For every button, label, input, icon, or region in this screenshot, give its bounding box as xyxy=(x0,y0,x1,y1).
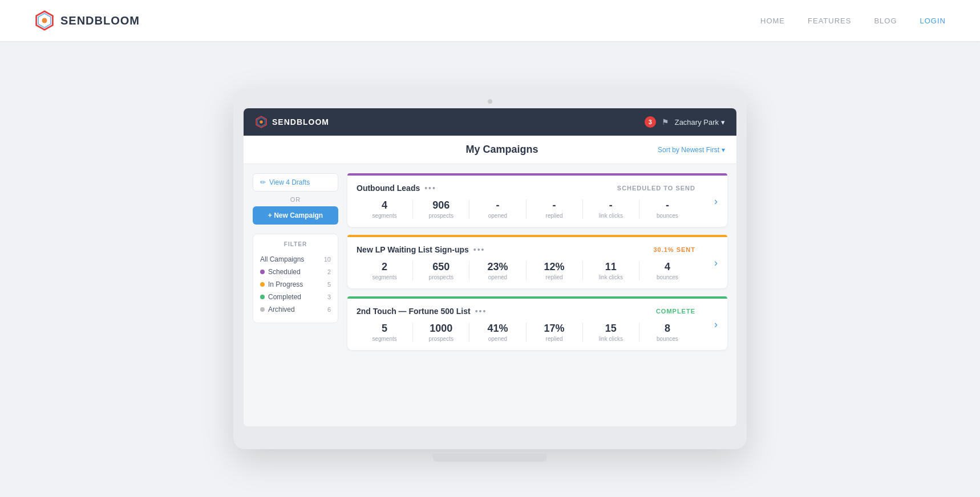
filter-scheduled[interactable]: Scheduled 2 xyxy=(260,266,331,278)
stat-value-opened-0: - xyxy=(474,199,521,211)
stat-value-linkclicks-0: - xyxy=(588,199,634,211)
filter-title: FILTER xyxy=(260,241,331,247)
campaign-name-0: Outbound Leads xyxy=(357,184,420,193)
stat-segments-1: 2 segments xyxy=(357,261,413,280)
campaign-status-0: SCHEDULED TO SEND xyxy=(617,185,695,192)
archived-dot xyxy=(260,307,265,312)
sort-button[interactable]: Sort by Newest First ▾ xyxy=(658,146,725,154)
stat-label-linkclicks-0: link clicks xyxy=(588,213,634,219)
sort-icon: ▾ xyxy=(722,146,725,154)
filter-all-label: All Campaigns xyxy=(260,255,304,263)
stat-linkclicks-1: 11 link clicks xyxy=(583,261,639,280)
nav-blog[interactable]: BLOG xyxy=(874,17,897,25)
sendbloom-logo-icon xyxy=(34,10,55,31)
logo-text: SENDBLOOM xyxy=(60,14,140,27)
campaign-menu-2[interactable]: ••• xyxy=(475,307,487,316)
campaign-arrow-2[interactable]: › xyxy=(704,299,727,350)
new-campaign-button[interactable]: + New Campaign xyxy=(253,206,338,225)
or-divider: OR xyxy=(253,196,338,203)
filter-completed-count: 3 xyxy=(327,294,331,300)
campaign-menu-0[interactable]: ••• xyxy=(424,184,436,193)
stat-value-prospects-0: 906 xyxy=(418,199,464,211)
view-drafts-button[interactable]: ✏ View 4 Drafts xyxy=(253,173,338,192)
svg-point-2 xyxy=(42,18,47,23)
campaign-status-2: COMPLETE xyxy=(656,308,695,315)
campaign-header: My Campaigns Sort by Newest First ▾ xyxy=(244,136,736,164)
campaign-stats-0: 4 segments 906 prospects - xyxy=(357,199,695,219)
stat-segments-0: 4 segments xyxy=(357,199,413,219)
laptop-screen: SENDBLOOM 3 ⚑ Zachary Park ▾ My Campaign… xyxy=(244,108,736,426)
campaign-stats-1: 2 segments 650 prospects 23% xyxy=(357,261,695,280)
stat-opened-0: - opened xyxy=(469,199,526,219)
flag-icon: ⚑ xyxy=(662,117,669,127)
filter-in-progress-count: 5 xyxy=(327,281,331,288)
campaign-stats-2: 5 segments 1000 prospects 41% xyxy=(357,323,695,342)
stat-value-bounces-0: - xyxy=(644,199,691,211)
user-dropdown-icon: ▾ xyxy=(721,118,725,127)
stat-prospects-1: 650 prospects xyxy=(413,261,469,280)
filter-archived[interactable]: Archived 6 xyxy=(260,303,331,316)
stat-prospects-2: 1000 prospects xyxy=(413,323,469,342)
scheduled-dot xyxy=(260,270,265,274)
stat-bounces-2: 8 bounces xyxy=(639,323,695,342)
filter-archived-count: 6 xyxy=(327,306,331,313)
new-campaign-label: + New Campaign xyxy=(268,211,323,219)
stat-label-bounces-0: bounces xyxy=(644,213,691,219)
campaign-name-1: New LP Waiting List Sign-ups xyxy=(357,245,469,254)
in-progress-dot xyxy=(260,282,265,287)
nav-home[interactable]: HOME xyxy=(760,17,785,25)
campaign-name-2: 2nd Touch — Fortune 500 List xyxy=(357,307,471,316)
logo-area: SENDBLOOM xyxy=(34,10,140,31)
sort-label: Sort by Newest First xyxy=(658,146,719,154)
main-content: SENDBLOOM 3 ⚑ Zachary Park ▾ My Campaign… xyxy=(0,41,980,497)
stat-bounces-0: - bounces xyxy=(639,199,695,219)
completed-dot xyxy=(260,295,265,299)
app-logo-text: SENDBLOOM xyxy=(272,117,329,127)
filter-in-progress-label: In Progress xyxy=(268,280,303,288)
campaign-menu-1[interactable]: ••• xyxy=(473,245,485,254)
app-logo-area: SENDBLOOM xyxy=(255,116,329,128)
app-header: SENDBLOOM 3 ⚑ Zachary Park ▾ xyxy=(244,108,736,136)
stat-label-segments-0: segments xyxy=(361,213,408,219)
stat-replied-0: - replied xyxy=(527,199,583,219)
stat-segments-2: 5 segments xyxy=(357,323,413,342)
stat-value-replied-0: - xyxy=(531,199,578,211)
filter-in-progress[interactable]: In Progress 5 xyxy=(260,278,331,291)
stat-prospects-0: 906 prospects xyxy=(413,199,469,219)
stat-bounces-1: 4 bounces xyxy=(639,261,695,280)
campaign-card-2: 2nd Touch — Fortune 500 List ••• COMPLET… xyxy=(347,296,727,350)
filter-all-campaigns[interactable]: All Campaigns 10 xyxy=(260,253,331,266)
top-navigation: SENDBLOOM HOME FEATURES BLOG LOGIN xyxy=(0,0,980,41)
campaign-card-1: New LP Waiting List Sign-ups ••• 30.1% S… xyxy=(347,235,727,288)
view-drafts-label: View 4 Drafts xyxy=(269,178,310,186)
user-name: Zachary Park xyxy=(675,118,719,127)
filter-box: FILTER All Campaigns 10 Scheduled 2 xyxy=(253,234,338,323)
pencil-icon: ✏ xyxy=(260,178,266,186)
filter-scheduled-label: Scheduled xyxy=(268,268,301,276)
user-menu[interactable]: Zachary Park ▾ xyxy=(675,118,725,127)
campaign-arrow-0[interactable]: › xyxy=(704,176,727,227)
sidebar: ✏ View 4 Drafts OR + New Campaign FILTER… xyxy=(253,173,338,417)
filter-all-count: 10 xyxy=(324,256,331,263)
nav-features[interactable]: FEATURES xyxy=(808,17,851,25)
app-body: ✏ View 4 Drafts OR + New Campaign FILTER… xyxy=(244,164,736,426)
filter-scheduled-count: 2 xyxy=(327,268,331,275)
app-header-right: 3 ⚑ Zachary Park ▾ xyxy=(645,116,725,128)
campaign-arrow-1[interactable]: › xyxy=(704,237,727,288)
campaigns-list: Outbound Leads ••• SCHEDULED TO SEND 4 s… xyxy=(347,173,727,417)
stat-linkclicks-2: 15 link clicks xyxy=(583,323,639,342)
stat-opened-1: 23% opened xyxy=(469,261,526,280)
stat-label-opened-0: opened xyxy=(474,213,521,219)
stat-value-segments-0: 4 xyxy=(361,199,408,211)
stat-replied-1: 12% replied xyxy=(527,261,583,280)
nav-login[interactable]: LOGIN xyxy=(920,17,946,25)
stat-label-replied-0: replied xyxy=(531,213,578,219)
notification-badge[interactable]: 3 xyxy=(645,116,656,128)
stat-label-prospects-0: prospects xyxy=(418,213,464,219)
laptop-base xyxy=(433,454,547,462)
filter-completed[interactable]: Completed 3 xyxy=(260,291,331,303)
app-logo-icon xyxy=(255,116,268,128)
nav-links: HOME FEATURES BLOG LOGIN xyxy=(760,17,946,25)
filter-completed-label: Completed xyxy=(268,293,301,301)
filter-archived-label: Archived xyxy=(268,305,295,313)
